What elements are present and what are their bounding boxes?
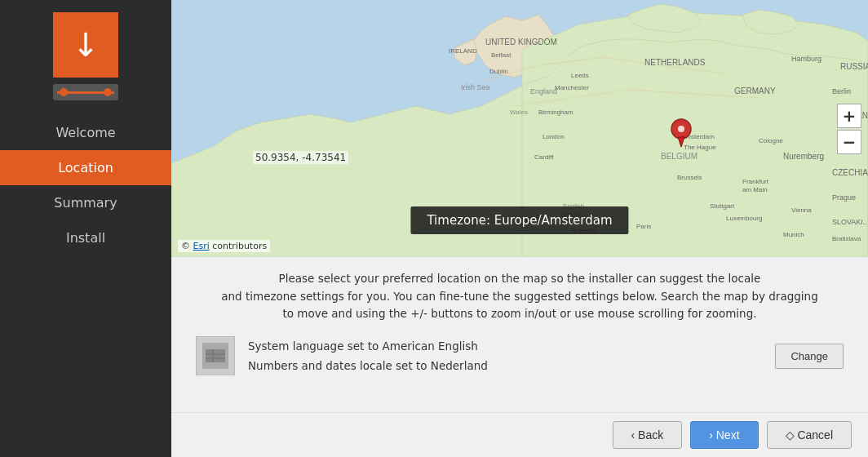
main-content: UNITED KINGDOM IRELAND Irish Sea England… [171,0,868,457]
sidebar-item-location[interactable]: Location [0,150,171,185]
change-button[interactable]: Change [775,344,844,369]
map-container[interactable]: UNITED KINGDOM IRELAND Irish Sea England… [171,0,868,257]
svg-text:Prague: Prague [832,193,856,202]
svg-text:Birmingham: Birmingham [538,109,574,116]
locale-texts: System language set to American English … [248,336,762,376]
svg-text:Frankfurt: Frankfurt [742,178,769,185]
svg-text:NETHERLANDS: NETHERLANDS [644,58,706,67]
back-button[interactable]: ‹ Back [613,421,683,449]
svg-text:Cardiff: Cardiff [534,153,554,161]
svg-text:Leeds: Leeds [571,72,589,79]
svg-text:Hamburg: Hamburg [791,55,822,63]
svg-text:Belfast: Belfast [491,51,512,59]
svg-text:GERMANY: GERMANY [734,87,776,95]
instruction-line3: to move and using the +/- buttons to zoo… [282,307,756,320]
sidebar-item-welcome[interactable]: Welcome [0,115,171,150]
zoom-out-button[interactable]: − [837,130,861,154]
svg-text:Vienna: Vienna [791,206,812,214]
svg-text:Nuremberg: Nuremberg [783,152,824,161]
sidebar: ↓ Welcome Location Summary Install [0,0,171,457]
svg-text:CZECHIA: CZECHIA [832,168,868,177]
svg-text:IRELAND: IRELAND [449,47,477,55]
svg-text:BELGIUM: BELGIUM [661,152,698,161]
content-area: Please select your preferred location on… [171,257,868,412]
download-icon: ↓ [72,29,100,61]
svg-text:Wales: Wales [510,109,528,116]
attribution-prefix: © [181,241,193,251]
zoom-in-button[interactable]: + [837,104,861,128]
svg-text:Berlin: Berlin [832,87,851,95]
language-label: System language set to American English [248,336,762,356]
svg-text:RUSSIA: RUSSIA [840,62,868,71]
esri-link[interactable]: Esri [193,241,210,251]
sidebar-connector [53,84,118,100]
cancel-button[interactable]: ◇ Cancel [767,421,852,449]
zoom-controls: + − [837,104,861,154]
instruction-line2: and timezone settings for you. You can f… [221,290,817,303]
svg-text:Stuttgart: Stuttgart [710,202,735,210]
svg-text:SLOVAKI..: SLOVAKI.. [832,218,867,226]
svg-text:Bratislava: Bratislava [832,235,861,242]
svg-text:Munich: Munich [783,231,804,238]
next-button[interactable]: › Next [690,421,758,449]
svg-rect-57 [206,349,225,362]
sidebar-item-summary[interactable]: Summary [0,185,171,220]
svg-text:Dublin: Dublin [489,68,508,75]
locale-icon [196,336,235,375]
svg-text:UNITED KINGDOM: UNITED KINGDOM [485,38,557,47]
sidebar-logo: ↓ [53,12,118,78]
svg-text:London: London [542,133,565,140]
svg-text:Irish Sea: Irish Sea [461,83,490,91]
svg-point-54 [678,126,684,132]
bottom-bar: ‹ Back › Next ◇ Cancel [171,412,868,457]
connector-dot-right [104,88,112,96]
svg-text:Brussels: Brussels [677,174,702,181]
map-coordinates: 50.9354, -4.73541 [253,151,348,164]
instruction-text: Please select your preferred location on… [196,270,844,323]
map-attribution: © Esri contributors [178,240,270,252]
timezone-tooltip: Timezone: Europe/Amsterdam [410,206,628,234]
connector-dot-left [60,88,68,96]
svg-text:Cologne: Cologne [759,137,783,144]
instruction-line1: Please select your preferred location on… [279,272,761,285]
attribution-suffix: contributors [210,241,267,251]
svg-text:am Main: am Main [742,186,768,193]
svg-text:Manchester: Manchester [555,84,589,91]
locale-svg-icon [202,343,228,369]
svg-text:The Hague: The Hague [684,144,716,151]
sidebar-item-install[interactable]: Install [0,220,171,255]
locale-label: Numbers and dates locale set to Nederlan… [248,356,762,375]
svg-text:Paris: Paris [636,223,651,230]
locale-section: System language set to American English … [196,336,844,376]
svg-text:England: England [530,87,557,95]
svg-text:Luxembourg: Luxembourg [726,215,762,222]
